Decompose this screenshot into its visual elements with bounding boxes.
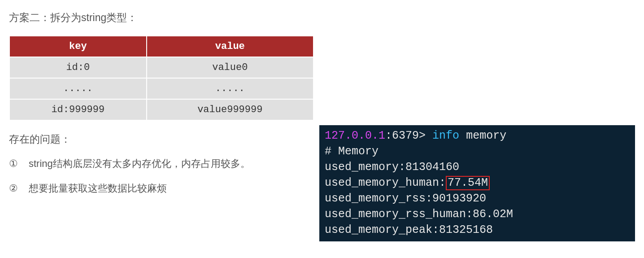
terminal-ip: 127.0.0.1 [325,129,385,142]
terminal-line-label: used_memory_human: [325,176,446,189]
problems-list: ① string结构底层没有太多内存优化，内存占用较多。 ② 想要批量获取这些数… [9,156,314,196]
kv-table-wrapper: key value id:0 value0 ..... ..... id:999… [9,35,635,121]
terminal-line: used_memory:81304160 [325,159,630,175]
terminal-port-sep: : [385,129,392,142]
table-cell-value: value0 [147,57,313,78]
terminal-arg: memory [466,129,506,142]
table-row: id:999999 value999999 [9,99,313,120]
terminal-highlighted-value: 77.54M [446,176,490,190]
list-item: ② 想要批量获取这些数据比较麻烦 [9,181,314,196]
list-item: ① string结构底层没有太多内存优化，内存占用较多。 [9,156,314,171]
table-cell-key: id:0 [9,57,147,78]
problems-section: 存在的问题： ① string结构底层没有太多内存优化，内存占用较多。 ② 想要… [9,132,314,206]
terminal-command: info [432,129,459,142]
terminal-output: 127.0.0.1:6379> info memory # Memory use… [319,125,635,241]
problems-title: 存在的问题： [9,132,314,146]
terminal-prompt-char: > [419,129,426,142]
list-item-number: ② [9,181,18,196]
terminal-line: used_memory_peak:81325168 [325,222,630,238]
table-header-key: key [9,36,147,57]
terminal-line: used_memory_human:77.54M [325,175,630,191]
list-item-number: ① [9,156,18,171]
table-row: id:0 value0 [9,57,313,78]
terminal-line: # Memory [325,144,630,159]
table-header-value: value [147,36,313,57]
terminal-port: 6379 [392,129,419,142]
list-item-text: string结构底层没有太多内存优化，内存占用较多。 [29,158,250,169]
table-row: ..... ..... [9,78,313,99]
section-title: 方案二：拆分为string类型： [9,11,635,25]
table-cell-value: ..... [147,78,313,99]
list-item-text: 想要批量获取这些数据比较麻烦 [29,183,167,194]
table-cell-value: value999999 [147,99,313,120]
table-cell-key: ..... [9,78,147,99]
terminal-prompt-line: 127.0.0.1:6379> info memory [325,128,630,144]
terminal-line: used_memory_rss:90193920 [325,191,630,206]
table-cell-key: id:999999 [9,99,147,120]
kv-table: key value id:0 value0 ..... ..... id:999… [9,35,314,121]
terminal-line: used_memory_rss_human:86.02M [325,206,630,222]
